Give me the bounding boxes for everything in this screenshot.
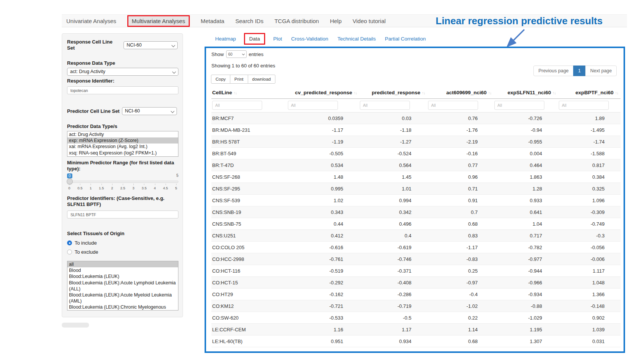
tissue-radio-to-include[interactable]: To include	[67, 240, 178, 246]
table-row[interactable]: CNS:U2510.4120.40.830.717-0.3	[211, 230, 621, 242]
predictor-identifiers-input[interactable]	[67, 211, 178, 218]
table-row[interactable]: CO:SW-620-0.533-0.50.22-1.0290.902	[211, 312, 621, 324]
print-button[interactable]: Print	[230, 75, 248, 84]
previous-page-button[interactable]: Previous page	[533, 66, 574, 76]
min-range-slider[interactable]: 0 5 00.511.522.533.544.55	[67, 173, 178, 192]
radio-icon[interactable]	[67, 250, 72, 254]
nav-item-search-ids[interactable]: Search IDs	[235, 18, 263, 24]
page-1-button[interactable]: 1	[573, 66, 586, 76]
value-cell: 0.03	[359, 112, 427, 124]
nav-item-video-tutorial[interactable]: Video tutorial	[353, 18, 386, 24]
tab-cross-validation[interactable]: Cross-Validation	[291, 36, 328, 42]
nav-item-tcga-distribution[interactable]: TCGA distribution	[274, 18, 319, 24]
list-option[interactable]: Blood:Leukemia (LEUK):Chronic Myelogenou…	[67, 304, 178, 311]
download-button[interactable]: download	[248, 75, 275, 84]
page-length-select[interactable]: 60	[226, 50, 247, 58]
table-row[interactable]: CNS:SF-5391.020.9940.910.9331.096	[211, 195, 621, 206]
table-row[interactable]: CO:KM12-0.721-0.719-1.02-0.88-0.148	[211, 300, 621, 312]
tab-heatmap[interactable]: Heatmap	[215, 36, 236, 42]
value-cell: -0.88	[494, 300, 558, 312]
value-cell: -0.162	[287, 289, 359, 300]
list-option[interactable]: exp: mRNA Expression (Z-Score)	[67, 137, 178, 144]
sort-icon[interactable]: ↑↓	[354, 90, 357, 95]
response-data-type-select[interactable]: act: Drug Activity	[67, 68, 178, 76]
table-row[interactable]: BR:T-47D0.5340.5640.770.4640.817	[211, 159, 621, 171]
column-filter-input-cv_predicted_response[interactable]	[288, 101, 338, 110]
slider-tick-label: 1.5	[99, 186, 104, 190]
sort-icon[interactable]: ↑↓	[615, 90, 619, 95]
predictor-cell-line-set-select[interactable]: NCI-60	[122, 107, 177, 115]
list-option[interactable]: xai: mRNA Expression (Avg. log2 Int.)	[67, 144, 178, 150]
sort-icon[interactable]: ↑↓	[234, 90, 237, 95]
result-tabs: HeatmapDataPlotCross-ValidationTechnical…	[215, 35, 426, 43]
column-header-expbptf_nci60[interactable]: expBPTF_nci60↑↓	[558, 87, 621, 99]
predictor-identifiers-label: Predictor Identifiers: (Case-Sensitive, …	[67, 195, 178, 208]
tab-partial-correlation[interactable]: Partial Correlation	[385, 36, 426, 42]
table-row[interactable]: CO:HCC-2998-0.761-0.746-0.83-0.977-0.006	[211, 253, 621, 265]
predictor-data-types-listbox[interactable]: act: Drug Activityexp: mRNA Expression (…	[67, 131, 178, 157]
sort-icon[interactable]: ↑↓	[488, 90, 492, 95]
value-cell: -0.616	[287, 242, 359, 253]
value-cell: -0.5	[359, 312, 427, 324]
list-option[interactable]: xsq: RNA-seq Expression (log2 FPKM+1.)	[67, 150, 178, 156]
list-option[interactable]: Blood:Leukemia (LEUK)	[67, 273, 178, 279]
value-cell: -1.76	[427, 124, 494, 136]
table-row[interactable]: CNS:SNB-190.3430.3420.70.641-0.309	[211, 206, 621, 218]
sort-icon[interactable]: ↑↓	[422, 90, 425, 95]
column-filter-input-expslfn11_nci60[interactable]	[494, 101, 544, 110]
nav-item-multivariate-analyses[interactable]: Multivariate Analyses	[127, 15, 190, 27]
nav-item-metadata[interactable]: Metadata	[201, 18, 225, 24]
table-row[interactable]: BR:BT-549-0.505-0.524-0.160.004-1.588	[211, 148, 621, 159]
column-filter-input-cellline[interactable]	[212, 101, 262, 110]
value-cell: -0.721	[287, 300, 359, 312]
column-filter-input-predicted_response[interactable]	[360, 101, 410, 110]
list-option[interactable]: Blood:Leukemia (LEUK):Acute Myeloid Leuk…	[67, 292, 178, 304]
table-row[interactable]: CO:HCT-15-0.292-0.408-0.97-0.9661.048	[211, 277, 621, 289]
nav-item-univariate-analyses[interactable]: Univariate Analyses	[66, 18, 116, 24]
column-header-label: act609699_nci60	[446, 90, 487, 95]
table-row[interactable]: LE:HL-60(TB)0.9510.9340.681.3070.031	[211, 335, 621, 347]
tissue-listbox[interactable]: allBloodBlood:Leukemia (LEUK)Blood:Leuke…	[67, 261, 178, 311]
column-header-cv_predicted_response[interactable]: cv_predicted_response↑↓	[287, 87, 359, 99]
column-filter-input-expbptf_nci60[interactable]	[559, 101, 609, 110]
table-row[interactable]: CNS:SF-2681.481.450.961.8630.384	[211, 171, 621, 183]
value-cell: 0.902	[558, 312, 621, 324]
column-filter-input-act609699_nci60[interactable]	[428, 101, 478, 110]
tab-data[interactable]: Data	[244, 33, 266, 45]
nav-item-help[interactable]: Help	[330, 18, 342, 24]
slider-tick-label: 3	[133, 186, 134, 190]
radio-icon[interactable]	[67, 240, 72, 245]
table-row[interactable]: CO:COLO 205-0.616-0.619-1.17-0.782-0.056	[211, 242, 621, 253]
table-row[interactable]: CNS:SF-2950.9951.010.711.280.325	[211, 183, 621, 195]
list-option[interactable]: act: Drug Activity	[67, 131, 178, 137]
slider-track[interactable]	[67, 181, 178, 183]
value-cell: 0.004	[494, 148, 558, 159]
value-cell: -0.83	[427, 253, 494, 265]
value-cell: -1.74	[558, 136, 621, 148]
table-row[interactable]: BR:HS 578T-1.19-1.27-2.19-0.955-1.74	[211, 136, 621, 148]
column-header-cellline[interactable]: CellLine↑↓	[211, 87, 287, 99]
tissue-radio-to-exclude[interactable]: To exclude	[67, 249, 178, 255]
table-row[interactable]: BR:MDA-MB-231-1.17-1.18-1.76-0.94-1.495	[211, 124, 621, 136]
sort-icon[interactable]: ↑↓	[553, 90, 556, 95]
table-row[interactable]: CO:HCT-116-0.519-0.3710.25-0.9441.117	[211, 265, 621, 277]
table-row[interactable]: LE:CCRF-CEM1.161.171.141.1951.039	[211, 324, 621, 335]
list-option[interactable]: Blood	[67, 267, 178, 273]
column-header-predicted_response[interactable]: predicted_response↑↓	[359, 87, 427, 99]
filter-cell	[494, 99, 558, 112]
list-option[interactable]: Blood:Leukemia (LEUK):Acute Lymphoid Leu…	[67, 280, 178, 292]
column-header-expslfn11_nci60[interactable]: expSLFN11_nci60↑↓	[494, 87, 558, 99]
list-option[interactable]: all	[67, 261, 178, 267]
table-row[interactable]: CNS:SNB-750.440.4960.681.04-0.749	[211, 218, 621, 230]
table-row[interactable]: CO:HT29-0.162-0.286-0.4-0.9341.366	[211, 289, 621, 300]
column-header-act609699_nci60[interactable]: act609699_nci60↑↓	[427, 87, 494, 99]
value-cell: 0.0359	[287, 112, 359, 124]
copy-button[interactable]: Copy	[211, 75, 230, 84]
table-row[interactable]: BR:MCF70.03590.030.76-0.7261.89	[211, 112, 621, 124]
tab-plot[interactable]: Plot	[273, 36, 282, 42]
value-cell: 0.4	[359, 230, 427, 242]
tab-technical-details[interactable]: Technical Details	[338, 36, 376, 42]
response-identifier-input[interactable]	[67, 86, 178, 94]
response-cell-line-set-select[interactable]: NCI-60	[123, 41, 178, 49]
next-page-button[interactable]: Next page	[585, 66, 617, 76]
